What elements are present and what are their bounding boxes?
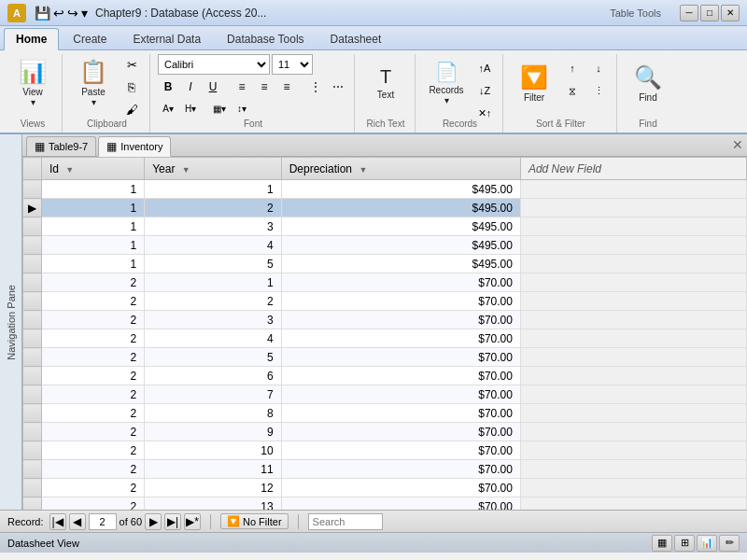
navigation-pane-toggle[interactable]: Navigation Pane <box>0 134 22 510</box>
table-row[interactable]: 1 1 $495.00 <box>23 180 747 199</box>
font-color-button[interactable]: A▾ <box>158 99 178 118</box>
header-row-selector[interactable] <box>23 158 42 180</box>
redo-qat-btn[interactable]: ↪ <box>67 6 78 21</box>
save-qat-btn[interactable]: 💾 <box>35 6 50 21</box>
sort-asc-btn[interactable]: ↑A <box>472 58 497 78</box>
row-selector-16[interactable] <box>23 479 42 497</box>
sort-desc-btn[interactable]: ↓Z <box>472 80 497 101</box>
row-selector-7[interactable] <box>23 311 42 329</box>
sort-desc-button[interactable]: ↓ <box>586 58 611 78</box>
table-container[interactable]: Id ▼ Year ▼ Depreciation ▼ Add New Field <box>22 157 747 510</box>
highlight-button[interactable]: H▾ <box>180 99 201 118</box>
records-dropdown-arrow[interactable]: ▾ <box>444 95 449 105</box>
paste-dropdown-arrow[interactable]: ▾ <box>92 97 96 107</box>
close-all-tabs-btn[interactable]: ✕ <box>732 137 743 156</box>
advanced-filter-btn[interactable]: ⋮ <box>586 80 611 101</box>
view-dropdown-arrow[interactable]: ▾ <box>31 97 35 107</box>
table-row[interactable]: 2 13 $70.00 <box>23 497 747 511</box>
record-navigation[interactable]: |◀ ◀ of 60 ▶ ▶| ▶* <box>49 513 201 530</box>
row-selector-8[interactable] <box>23 329 42 348</box>
table-row[interactable]: 1 5 $495.00 <box>23 255 747 273</box>
next-record-btn[interactable]: ▶ <box>145 513 162 530</box>
tab-inventory[interactable]: ▦ Inventory <box>98 136 171 157</box>
row-selector-6[interactable] <box>23 292 42 311</box>
bold-button[interactable]: B <box>158 77 178 96</box>
table-row[interactable]: 2 11 $70.00 <box>23 460 747 479</box>
copy-button[interactable]: ⎘ <box>120 77 144 97</box>
row-selector-0[interactable] <box>23 180 42 199</box>
datasheet-view-btn[interactable]: ▦ <box>652 535 672 552</box>
dropdown-qat-btn[interactable]: ▾ <box>81 6 88 21</box>
records-button[interactable]: 📄 Records ▾ <box>423 54 470 112</box>
table-row[interactable]: 2 8 $70.00 <box>23 404 747 423</box>
row-selector-13[interactable] <box>23 423 42 441</box>
row-selector-5[interactable] <box>23 273 42 292</box>
quick-access-toolbar[interactable]: A 💾 ↩ ↪ ▾ <box>7 4 88 22</box>
view-mode-buttons[interactable]: ▦ ⊞ 📊 ✏ <box>652 535 740 552</box>
tab-table9-7[interactable]: ▦ Table9-7 <box>26 136 96 156</box>
prev-record-btn[interactable]: ◀ <box>69 513 86 530</box>
align-left-button[interactable]: ≡ <box>232 77 252 96</box>
table-row[interactable]: 2 5 $70.00 <box>23 348 747 367</box>
window-controls[interactable]: ─ □ ✕ <box>680 5 740 21</box>
table-row[interactable]: 1 4 $495.00 <box>23 236 747 255</box>
last-record-btn[interactable]: ▶| <box>164 513 181 530</box>
row-selector-2[interactable] <box>23 217 42 236</box>
depreciation-sort-icon[interactable]: ▼ <box>359 165 367 175</box>
new-record-btn[interactable]: ▶* <box>184 513 201 530</box>
tab-external-data[interactable]: External Data <box>120 28 213 49</box>
sort-asc-button[interactable]: ↑ <box>560 58 585 78</box>
pivot-chart-view-btn[interactable]: 📊 <box>697 535 717 552</box>
header-depreciation[interactable]: Depreciation ▼ <box>281 158 520 180</box>
row-selector-1[interactable]: ▶ <box>23 199 42 217</box>
tab-database-tools[interactable]: Database Tools <box>215 28 317 49</box>
row-selector-17[interactable] <box>23 497 42 511</box>
table-row[interactable]: 2 2 $70.00 <box>23 292 747 311</box>
format-painter-button[interactable]: 🖌 <box>120 99 144 119</box>
toggle-filter-btn[interactable]: ⧖ <box>560 80 585 101</box>
row-selector-10[interactable] <box>23 367 42 385</box>
gridlines-button[interactable]: ▦▾ <box>209 99 230 118</box>
cut-button[interactable]: ✂ <box>120 54 144 75</box>
minimize-btn[interactable]: ─ <box>680 5 698 21</box>
table-row[interactable]: 2 3 $70.00 <box>23 311 747 329</box>
table-row[interactable]: 2 7 $70.00 <box>23 385 747 404</box>
row-height-button[interactable]: ↕▾ <box>232 99 252 118</box>
row-selector-11[interactable] <box>23 385 42 404</box>
indent-button[interactable]: ⋯ <box>328 77 348 96</box>
table-row[interactable]: 2 6 $70.00 <box>23 367 747 385</box>
row-selector-14[interactable] <box>23 441 42 460</box>
row-selector-9[interactable] <box>23 348 42 367</box>
font-name-select[interactable]: Calibri <box>158 54 270 75</box>
tab-create[interactable]: Create <box>61 28 119 49</box>
table-row[interactable]: 2 1 $70.00 <box>23 273 747 292</box>
header-id[interactable]: Id ▼ <box>42 158 145 180</box>
filter-button[interactable]: 🔽 Filter <box>511 54 557 112</box>
header-add-new-field[interactable]: Add New Field <box>520 158 746 180</box>
row-selector-4[interactable] <box>23 255 42 273</box>
table-row[interactable]: 2 12 $70.00 <box>23 479 747 497</box>
maximize-btn[interactable]: □ <box>700 5 719 21</box>
row-selector-3[interactable] <box>23 236 42 255</box>
design-view-btn[interactable]: ✏ <box>719 535 740 552</box>
italic-button[interactable]: I <box>180 77 201 96</box>
search-input[interactable] <box>308 513 383 530</box>
find-button[interactable]: 🔍 Find <box>625 54 671 112</box>
table-row[interactable]: 1 3 $495.00 <box>23 217 747 236</box>
table-row[interactable]: 2 9 $70.00 <box>23 423 747 441</box>
bullets-button[interactable]: ⋮ <box>305 77 326 96</box>
first-record-btn[interactable]: |◀ <box>49 513 66 530</box>
align-center-button[interactable]: ≡ <box>254 77 275 96</box>
pivot-table-view-btn[interactable]: ⊞ <box>674 535 695 552</box>
view-button[interactable]: 📊 View ▾ <box>9 54 56 112</box>
year-sort-icon[interactable]: ▼ <box>182 165 190 175</box>
table-row[interactable]: 2 10 $70.00 <box>23 441 747 460</box>
underline-button[interactable]: U <box>203 77 223 96</box>
tab-home[interactable]: Home <box>4 28 59 50</box>
align-right-button[interactable]: ≡ <box>276 77 297 96</box>
row-selector-12[interactable] <box>23 404 42 423</box>
paste-button[interactable]: 📋 Paste ▾ <box>70 54 117 112</box>
font-size-select[interactable]: 11 <box>272 54 313 75</box>
close-btn[interactable]: ✕ <box>721 5 740 21</box>
header-year[interactable]: Year ▼ <box>145 158 281 180</box>
